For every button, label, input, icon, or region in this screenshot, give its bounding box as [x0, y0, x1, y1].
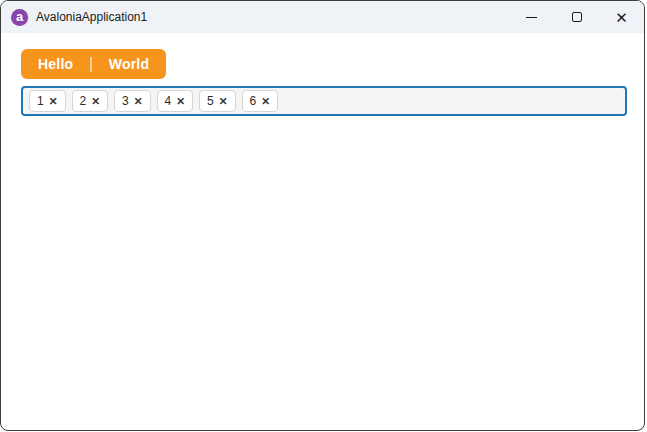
maximize-icon [572, 12, 582, 22]
chip: 2 ✕ [72, 90, 109, 112]
avalonia-logo-icon: a [11, 9, 28, 26]
titlebar: a AvaloniaApplication1 ✕ [1, 1, 644, 33]
minimize-icon [526, 17, 537, 18]
window-title: AvaloniaApplication1 [36, 10, 147, 24]
app-window: a AvaloniaApplication1 ✕ Hello World 1 ✕… [0, 0, 645, 431]
minimize-button[interactable] [509, 1, 554, 33]
tab-world[interactable]: World [92, 49, 166, 79]
chip-value: 5 [207, 94, 214, 108]
chip: 1 ✕ [29, 90, 66, 112]
tab-hello[interactable]: Hello [21, 49, 90, 79]
chip-remove-icon[interactable]: ✕ [219, 96, 228, 107]
chip: 6 ✕ [242, 90, 279, 112]
chip: 5 ✕ [199, 90, 236, 112]
chip-value: 2 [80, 94, 87, 108]
chip-remove-icon[interactable]: ✕ [134, 96, 143, 107]
close-button[interactable]: ✕ [599, 1, 644, 33]
chip-value: 6 [250, 94, 257, 108]
chip-value: 1 [37, 94, 44, 108]
chip-remove-icon[interactable]: ✕ [176, 96, 185, 107]
chip-remove-icon[interactable]: ✕ [261, 96, 270, 107]
chip: 3 ✕ [114, 90, 151, 112]
chip-remove-icon[interactable]: ✕ [49, 96, 58, 107]
tag-input-box[interactable]: 1 ✕ 2 ✕ 3 ✕ 4 ✕ 5 ✕ 6 ✕ [21, 86, 627, 116]
chip-value: 3 [122, 94, 129, 108]
maximize-button[interactable] [554, 1, 599, 33]
chip-remove-icon[interactable]: ✕ [91, 96, 100, 107]
chip: 4 ✕ [157, 90, 194, 112]
close-icon: ✕ [615, 10, 628, 25]
chip-value: 4 [165, 94, 172, 108]
tab-strip: Hello World [21, 49, 166, 79]
window-content: Hello World 1 ✕ 2 ✕ 3 ✕ 4 ✕ 5 ✕ [1, 33, 644, 116]
